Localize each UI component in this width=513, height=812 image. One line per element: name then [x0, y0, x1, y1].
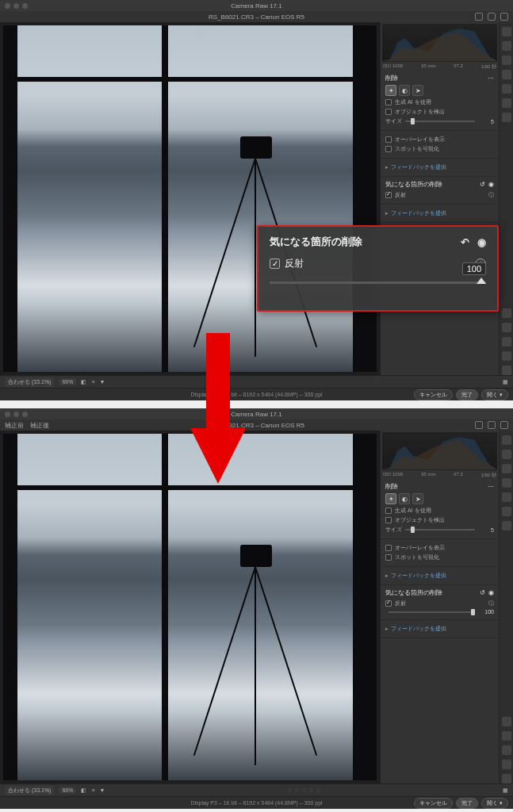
histogram[interactable]	[382, 432, 497, 470]
tool-clone[interactable]: ◐	[399, 85, 410, 96]
callout-slider[interactable]: 100	[270, 282, 486, 284]
tool-heal[interactable]: ✦	[385, 493, 396, 504]
hand-icon[interactable]	[502, 731, 511, 741]
share-icon[interactable]	[475, 421, 483, 429]
open-button[interactable]: 開く ▾	[481, 389, 508, 400]
hand-icon[interactable]	[502, 323, 511, 332]
fullscreen-icon[interactable]	[500, 13, 508, 21]
tab-after[interactable]: 補正後	[30, 421, 49, 430]
zoom-dropdown[interactable]: 66%	[59, 378, 76, 385]
histogram[interactable]	[382, 24, 497, 62]
size-slider[interactable]	[405, 121, 475, 122]
filmstrip-icon[interactable]: ▦	[503, 379, 508, 385]
size-slider[interactable]	[405, 529, 475, 530]
spots-checkbox[interactable]	[385, 554, 392, 561]
reflection-value: 100	[478, 609, 494, 615]
feedback-link[interactable]: ▸フィードバックを提供	[385, 570, 494, 581]
right-panel: ISO 1000 35 mm f/7.2 1/60 秒 削除⋯ ✦ ◐ ➤ 生成…	[380, 431, 499, 783]
feedback-link-2[interactable]: ▸フィードバックを提供	[385, 208, 494, 219]
expand-icon[interactable]	[502, 366, 511, 375]
tool-heal[interactable]: ✦	[385, 85, 396, 96]
compare-icon[interactable]: ◧	[81, 787, 86, 794]
settings-icon[interactable]	[488, 421, 496, 429]
undo-icon[interactable]: ↺	[480, 181, 485, 188]
size-value: 5	[478, 119, 494, 124]
filmstrip-icon[interactable]: ▦	[503, 787, 508, 794]
zoom-icon[interactable]	[502, 308, 511, 318]
fit-dropdown[interactable]: 合わせる (33.1%)	[5, 786, 54, 795]
edit-icon[interactable]	[502, 27, 511, 36]
tool-patch[interactable]: ➤	[412, 85, 423, 96]
filter-icon[interactable]: ≡	[91, 379, 94, 385]
redeye-icon[interactable]	[502, 492, 511, 502]
window-traffic-lights[interactable]	[5, 412, 28, 417]
toggle-icon[interactable]	[502, 745, 511, 755]
callout-title: 気になる箇所の削除	[270, 235, 362, 249]
info-icon[interactable]: ⓘ	[488, 599, 494, 607]
image-canvas[interactable]	[0, 22, 380, 375]
eye-icon[interactable]: ◉	[488, 181, 494, 188]
eye-icon[interactable]: ◉	[488, 589, 494, 596]
callout-eye-icon[interactable]: ◉	[477, 236, 486, 248]
funnel-icon[interactable]: ▼	[100, 379, 105, 385]
open-button[interactable]: 開く ▾	[481, 798, 508, 809]
zoom-dropdown[interactable]: 66%	[59, 787, 76, 794]
heal-icon[interactable]	[502, 56, 511, 65]
rating-stars[interactable]: ☆☆☆☆☆	[287, 787, 321, 794]
done-button[interactable]: 完了	[456, 798, 478, 809]
preset-icon[interactable]	[502, 98, 511, 108]
callout-undo-icon[interactable]: ↶	[461, 236, 469, 248]
tab-before[interactable]: 補正前	[5, 421, 24, 430]
callout-slider-value: 100	[462, 262, 486, 275]
crop-icon[interactable]	[502, 450, 511, 459]
feedback-link[interactable]: ▸フィードバックを提供	[385, 162, 494, 173]
filter-icon[interactable]: ≡	[91, 787, 94, 793]
detect-obj-checkbox[interactable]	[385, 517, 392, 523]
redeye-icon[interactable]	[502, 84, 511, 94]
tool-clone[interactable]: ◐	[399, 493, 410, 504]
funnel-icon[interactable]: ▼	[100, 787, 105, 793]
tool-patch[interactable]: ➤	[412, 493, 423, 504]
feedback-link-2[interactable]: ▸フィードバックを提供	[385, 623, 494, 634]
detect-obj-label: オブジェクトを検出	[395, 108, 445, 116]
fit-dropdown[interactable]: 合わせる (33.1%)	[5, 377, 54, 387]
grid-icon[interactable]	[502, 351, 511, 361]
more-icon[interactable]	[502, 113, 511, 122]
detect-obj-checkbox[interactable]	[385, 109, 392, 115]
use-ai-checkbox[interactable]	[385, 99, 392, 105]
use-ai-checkbox[interactable]	[385, 508, 392, 514]
overlay-label: オーバーレイを表示	[395, 136, 445, 144]
reflection-checkbox[interactable]	[385, 600, 392, 607]
toggle-icon[interactable]	[502, 337, 511, 347]
zoom-icon[interactable]	[502, 717, 511, 726]
overlay-checkbox[interactable]	[385, 136, 392, 143]
settings-icon[interactable]	[488, 13, 496, 21]
expand-icon[interactable]	[502, 774, 511, 783]
compare-icon[interactable]: ◧	[81, 379, 86, 385]
mask-icon[interactable]	[502, 478, 511, 488]
callout-reflection-checkbox[interactable]	[270, 259, 280, 269]
distraction-title: 気になる箇所の削除↺◉	[385, 180, 494, 189]
right-icon-strip	[499, 431, 513, 783]
undo-icon[interactable]: ↺	[480, 589, 485, 596]
window-traffic-lights[interactable]	[5, 3, 28, 9]
grid-icon[interactable]	[502, 760, 511, 769]
fullscreen-icon[interactable]	[500, 421, 508, 429]
overlay-checkbox[interactable]	[385, 545, 392, 551]
share-icon[interactable]	[475, 13, 483, 21]
crop-icon[interactable]	[502, 41, 511, 51]
cancel-button[interactable]: キャンセル	[414, 389, 453, 400]
spots-checkbox[interactable]	[385, 146, 392, 152]
image-info[interactable]: Display P3 – 16 bit – 8192 x 5464 (44.8M…	[190, 800, 322, 806]
mask-icon[interactable]	[502, 70, 511, 79]
heal-icon[interactable]	[502, 464, 511, 473]
cancel-button[interactable]: キャンセル	[414, 798, 453, 809]
panel-remove-title: 削除⋯	[385, 482, 494, 491]
reflection-slider[interactable]	[389, 611, 475, 613]
info-icon[interactable]: ⓘ	[488, 191, 494, 199]
done-button[interactable]: 完了	[456, 389, 478, 400]
reflection-checkbox[interactable]	[385, 192, 392, 198]
edit-icon[interactable]	[502, 435, 511, 445]
preset-icon[interactable]	[502, 507, 511, 516]
more-icon[interactable]	[502, 521, 511, 530]
